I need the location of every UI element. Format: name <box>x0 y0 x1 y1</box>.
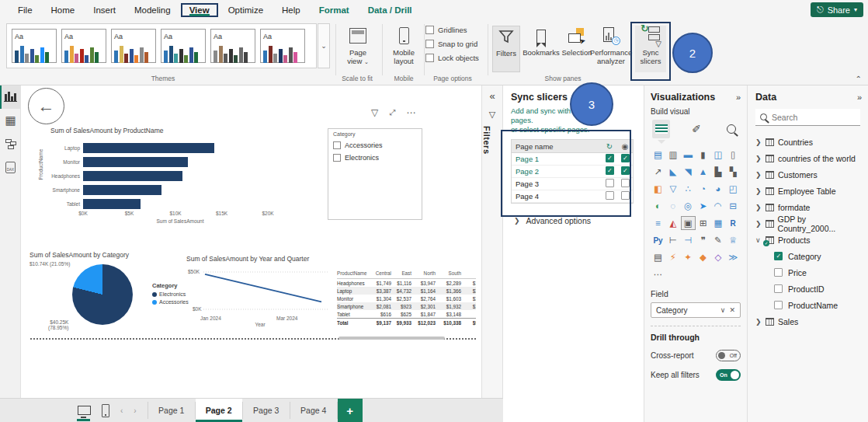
menu-tab-file[interactable]: File <box>9 3 41 17</box>
themes-expand-button[interactable]: ⌄ <box>318 23 330 68</box>
table-horizontal-scrollbar[interactable] <box>339 337 445 340</box>
tree-item-customers[interactable]: ❯Customers <box>755 166 860 183</box>
filters-pane-label[interactable]: Filters <box>482 126 491 155</box>
power-automate-icon[interactable]: ⚡ <box>665 250 680 264</box>
shape-map-icon[interactable]: ◎ <box>681 199 696 213</box>
pie-chart-icon[interactable]: ◔ <box>696 182 710 196</box>
page-view-button[interactable]: Page view ⌄ <box>342 26 374 66</box>
data-search-box[interactable] <box>755 109 860 126</box>
azure-map-icon[interactable]: ➤ <box>696 199 710 213</box>
qa-icon[interactable]: ❞ <box>696 233 710 247</box>
focus-mode-icon[interactable]: ⤢ <box>389 108 395 117</box>
page-tab-page-4[interactable]: Page 4 <box>290 399 337 422</box>
bar-chart-visual[interactable]: Sum of SalesAmount by ProductName Produc… <box>35 127 291 243</box>
table-visual[interactable]: ProductNameCentralEastNorthSouthWestHead… <box>337 269 476 344</box>
checkbox-gridlines[interactable]: Gridlines <box>425 26 479 34</box>
search-input[interactable] <box>772 113 849 122</box>
desktop-view-icon[interactable] <box>78 406 91 415</box>
clustered-bar-chart-icon[interactable]: ▬ <box>681 148 696 162</box>
multi-row-card-icon[interactable]: ≡ <box>651 216 665 230</box>
theme-thumbnail[interactable]: Aa <box>260 29 305 63</box>
share-button[interactable]: ⎋ Share ▾ <box>811 2 863 17</box>
menu-tab-optimize[interactable]: Optimize <box>220 3 272 17</box>
stacked-bar-chart-icon[interactable]: ▤ <box>651 148 665 162</box>
theme-thumbnail[interactable]: Aa <box>61 29 106 63</box>
checkbox-snap-to-grid[interactable]: Snap to grid <box>425 40 479 48</box>
collapse-ribbon-icon[interactable]: ⌃ <box>856 75 862 83</box>
format-visual-tab[interactable]: ✐ <box>687 120 705 138</box>
new-page-button[interactable]: + <box>338 399 363 422</box>
performance-analyzer-button[interactable]: ◷ Performance analyzer <box>590 26 632 72</box>
checkbox-lock-objects[interactable]: Lock objects <box>425 54 479 62</box>
key-influencers-icon[interactable]: ⊢ <box>665 233 680 247</box>
filters-pane-button[interactable]: Filters <box>492 26 520 72</box>
custom-visual-icon[interactable]: ◇ <box>710 250 725 264</box>
cross-report-toggle[interactable]: Off <box>716 350 741 361</box>
slicer-icon[interactable]: ▣ <box>681 216 696 230</box>
metrics-icon[interactable]: ♕ <box>726 233 741 247</box>
filter-icon[interactable]: ▽ <box>371 107 378 118</box>
tree-item-products[interactable]: ∨✓Products <box>755 232 860 248</box>
clustered-column-chart-icon[interactable]: ▮ <box>696 148 710 162</box>
build-visual-tab[interactable] <box>652 120 670 138</box>
menu-tab-modeling[interactable]: Modeling <box>126 3 179 17</box>
report-canvas[interactable]: ← Sum of SalesAmount by ProductName Prod… <box>21 85 481 398</box>
field-item-price[interactable]: Price <box>755 264 860 281</box>
field-item-productname[interactable]: ProductName <box>755 297 860 313</box>
page-tab-page-3[interactable]: Page 3 <box>243 399 290 422</box>
menu-tab-home[interactable]: Home <box>43 3 84 17</box>
report-view-button[interactable] <box>0 85 21 109</box>
next-page-icon[interactable]: › <box>134 406 136 415</box>
legend-item-electronics[interactable]: Electronics <box>152 291 189 297</box>
menu-tab-view[interactable]: View <box>181 3 218 17</box>
donut-chart-icon[interactable]: ◕ <box>710 182 725 196</box>
line-stacked-column-chart-icon[interactable]: ▲ <box>696 165 710 179</box>
menu-tab-format[interactable]: Format <box>311 3 358 17</box>
tree-item-sales[interactable]: ❯Sales <box>755 313 860 330</box>
advanced-options-expander[interactable]: ❯ Advanced options <box>511 216 636 225</box>
theme-thumbnail[interactable]: Aa <box>12 29 57 63</box>
tree-item-employee-table[interactable]: ❯Employee Table <box>755 183 860 199</box>
tree-item-countries-of-the-world[interactable]: ❯countries of the world <box>755 150 860 166</box>
collapse-visualizations-icon[interactable]: » <box>736 92 741 102</box>
line-chart-icon[interactable]: ↗ <box>651 165 665 179</box>
mobile-view-icon[interactable] <box>102 404 109 417</box>
card-icon[interactable]: ⊟ <box>726 199 741 213</box>
analytics-tab[interactable] <box>723 120 741 138</box>
tree-item-formdate[interactable]: ❯formdate <box>755 199 860 215</box>
field-item-productid[interactable]: ProductID <box>755 281 860 297</box>
decomposition-tree-icon[interactable]: ⊣ <box>681 233 696 247</box>
menu-tab-data-drill[interactable]: Data / Drill <box>359 3 421 17</box>
model-view-button[interactable] <box>0 132 21 155</box>
dax-query-view-button[interactable]: DAX <box>0 155 21 179</box>
r-script-icon[interactable]: R <box>726 216 741 230</box>
line-clustered-column-chart-icon[interactable]: ▙ <box>710 165 725 179</box>
menu-tab-insert[interactable]: Insert <box>85 3 124 17</box>
filled-map-icon[interactable]: ◌ <box>665 199 680 213</box>
paginated-report-icon[interactable]: ▤ <box>651 250 665 264</box>
power-apps-icon[interactable]: ◆ <box>696 250 710 264</box>
collapse-data-pane-icon[interactable]: » <box>857 92 862 102</box>
keep-all-filters-toggle[interactable]: On <box>716 369 741 381</box>
theme-thumbnail[interactable]: Aa <box>210 29 255 63</box>
arcgis-icon[interactable]: ✦ <box>681 250 696 264</box>
menu-tab-help[interactable]: Help <box>273 3 309 17</box>
remove-field-icon[interactable]: ✕ <box>729 306 735 314</box>
selection-pane-button[interactable]: ➤ Selection <box>561 26 593 72</box>
funnel-chart-icon[interactable]: ▽ <box>665 182 680 196</box>
tree-item-gdp-by-country-2000-[interactable]: ❯GDP by Country_2000... <box>755 215 860 232</box>
tree-item-countries[interactable]: ❯Countries <box>755 134 860 150</box>
kpi-icon[interactable]: ◭ <box>665 216 680 230</box>
chevron-down-icon[interactable]: ∨ <box>720 306 726 314</box>
mobile-layout-button[interactable]: Mobile layout <box>387 26 421 65</box>
themes-gallery[interactable]: AaAaAaAaAaAa <box>6 23 317 68</box>
100-stacked-column-chart-icon[interactable]: ▯ <box>726 148 741 162</box>
get-more-visuals-icon[interactable]: ⋯ <box>651 267 665 281</box>
back-button[interactable]: ← <box>28 88 64 124</box>
line-chart-visual[interactable]: Sum of SalesAmount by Year and Quarter $… <box>186 255 334 339</box>
more-options-icon[interactable]: ⋯ <box>406 107 415 118</box>
stacked-area-chart-icon[interactable]: ◥ <box>681 165 696 179</box>
field-well-category[interactable]: Category ∨ ✕ <box>651 302 741 318</box>
waterfall-chart-icon[interactable]: ◧ <box>651 182 665 196</box>
slicer-option-accessories[interactable]: Accessories <box>333 141 417 149</box>
